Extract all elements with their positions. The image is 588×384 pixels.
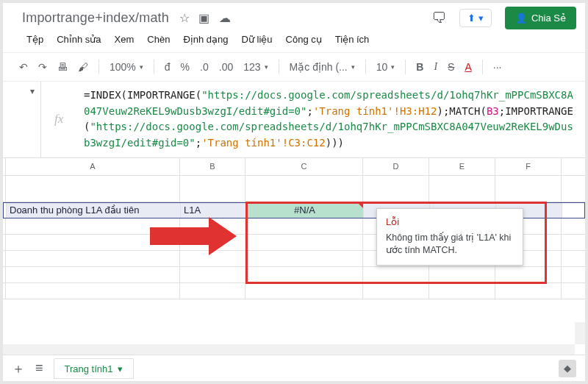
bold-button[interactable]: B xyxy=(416,61,423,73)
formula-input[interactable]: =INDEX(IMPORTRANGE("https://docs.google.… xyxy=(84,88,576,152)
menu-format[interactable]: Định dạng xyxy=(179,31,232,48)
strike-button[interactable]: S xyxy=(448,61,454,73)
person-icon: 👤 xyxy=(515,13,527,24)
col-header-f[interactable]: F xyxy=(495,158,562,175)
chevron-down-icon: ▾ xyxy=(478,13,484,24)
menu-bar: Tệp Chỉnh sửa Xem Chèn Định dạng Dữ liệu… xyxy=(3,31,585,52)
upload-icon: ⬆ xyxy=(467,13,476,24)
zoom-select[interactable]: 100% xyxy=(110,61,143,73)
col-header-b[interactable]: B xyxy=(180,158,245,175)
format-more[interactable]: 123 xyxy=(243,61,268,73)
toolbar: ↶ ↷ 🖶 🖌 100% đ % .0 .00 123 Mặc định (..… xyxy=(3,52,585,82)
toolbar-more[interactable]: ··· xyxy=(493,61,502,73)
sheet-tab-label: Trang tính1 xyxy=(65,363,113,374)
menu-view[interactable]: Xem xyxy=(110,31,139,48)
all-sheets-button[interactable]: ≡ xyxy=(35,360,43,376)
error-tooltip: Lỗi Không tìm thấy giá trị 'L1A' khi ước… xyxy=(376,208,523,266)
format-currency[interactable]: đ xyxy=(165,61,171,73)
undo-icon[interactable]: ↶ xyxy=(19,61,28,73)
redo-icon[interactable]: ↷ xyxy=(38,61,47,73)
explore-button[interactable]: ◆ xyxy=(559,360,576,377)
star-icon[interactable]: ☆ xyxy=(179,12,190,24)
share-label: Chia Sẻ xyxy=(531,13,566,24)
document-title[interactable]: Importrange+index/math xyxy=(22,10,169,26)
h-scrollbar[interactable] xyxy=(3,344,575,355)
print-icon[interactable]: 🖶 xyxy=(57,61,68,73)
annotation-arrow xyxy=(150,227,209,245)
add-sheet-button[interactable]: ＋ xyxy=(12,360,25,377)
v-scrollbar[interactable] xyxy=(575,322,585,344)
format-dec-inc[interactable]: .00 xyxy=(219,61,233,73)
format-dec-dec[interactable]: .0 xyxy=(200,61,209,73)
cloud-icon[interactable]: ☁ xyxy=(219,12,231,24)
menu-extensions[interactable]: Tiện ích xyxy=(331,31,374,48)
chevron-down-icon[interactable]: ▾ xyxy=(118,363,123,374)
col-header-c[interactable]: C xyxy=(245,158,363,175)
present-button[interactable]: ⬆ ▾ xyxy=(459,9,492,27)
sheet-tab-1[interactable]: Trang tính1 ▾ xyxy=(54,358,134,379)
move-icon[interactable]: ▣ xyxy=(198,12,209,24)
paint-icon[interactable]: 🖌 xyxy=(78,61,88,73)
format-percent[interactable]: % xyxy=(181,61,190,73)
col-header-a[interactable]: A xyxy=(6,158,180,175)
tooltip-title: Lỗi xyxy=(386,216,514,227)
menu-edit[interactable]: Chỉnh sửa xyxy=(52,31,105,48)
font-select[interactable]: Mặc định (... xyxy=(290,61,355,73)
col-header-e[interactable]: E xyxy=(429,158,495,175)
menu-data[interactable]: Dữ liệu xyxy=(237,31,277,48)
cell-a3[interactable]: Doanh thu phòng L1A đầu tiên xyxy=(7,203,181,218)
cell-b3[interactable]: L1A xyxy=(181,203,246,218)
share-button[interactable]: 👤 Chia Sẻ xyxy=(505,7,576,29)
italic-button[interactable]: I xyxy=(434,61,437,73)
fx-icon: fx xyxy=(54,112,63,127)
menu-insert[interactable]: Chèn xyxy=(143,31,174,48)
tooltip-body: Không tìm thấy giá trị 'L1A' khi ước tín… xyxy=(386,232,514,257)
menu-file[interactable]: Tệp xyxy=(22,31,48,48)
menu-tools[interactable]: Công cụ xyxy=(282,31,326,48)
text-color-button[interactable]: A xyxy=(465,61,471,73)
col-header-d[interactable]: D xyxy=(363,158,429,175)
name-box[interactable]: ▾ xyxy=(3,82,41,157)
comments-icon[interactable]: 🗨 xyxy=(431,10,446,26)
font-size[interactable]: 10 xyxy=(376,61,395,73)
